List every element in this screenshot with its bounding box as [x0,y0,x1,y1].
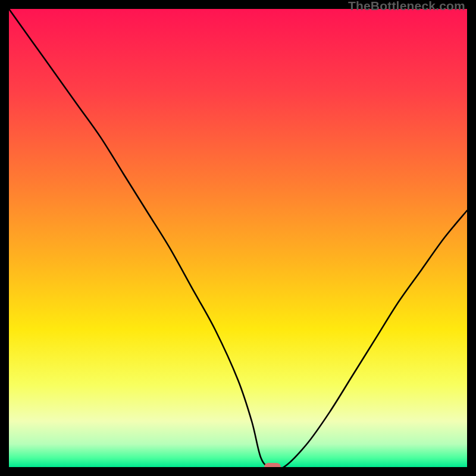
optimal-marker [264,463,281,467]
chart-frame: TheBottleneck.com [0,0,476,476]
plot-area [9,9,467,467]
bottleneck-curve [9,9,467,467]
watermark-text: TheBottleneck.com [348,0,465,13]
